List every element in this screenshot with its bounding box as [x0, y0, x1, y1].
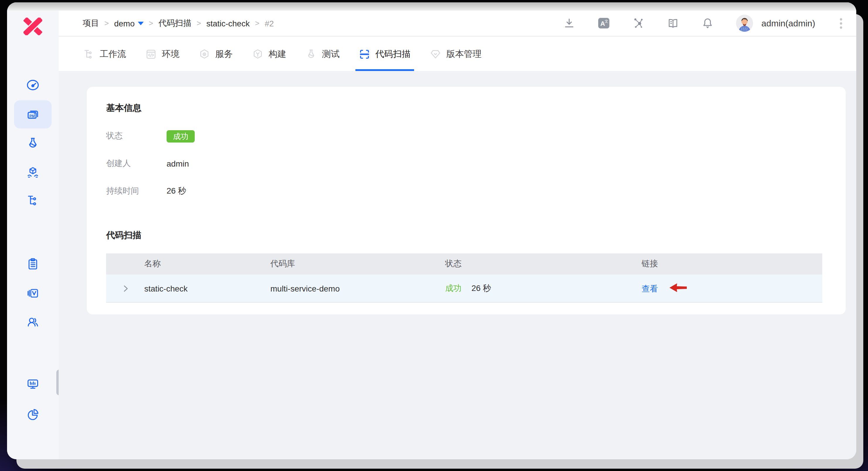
delivery-box-icon [26, 166, 39, 179]
cell-status: 成功 26 秒 [442, 283, 638, 293]
download-icon[interactable] [563, 17, 576, 29]
gem-icon [430, 49, 441, 60]
pipeline-tree-icon [26, 194, 39, 207]
header-name: 名称 [141, 259, 267, 269]
field-value: admin [166, 159, 189, 168]
svg-text:文: 文 [604, 19, 609, 24]
tab-code-scan[interactable]: 代码扫描 [359, 37, 410, 71]
svg-text:PM: PM [29, 114, 35, 118]
tab-label: 代码扫描 [375, 49, 410, 60]
tab-builds[interactable]: 构建 [252, 37, 286, 71]
field-label: 创建人 [106, 158, 166, 169]
user-name: admin(admin) [762, 18, 815, 28]
kebab-icon[interactable] [840, 18, 842, 28]
user-menu[interactable]: admin(admin) [736, 15, 815, 32]
sidebar-item-tasks[interactable] [26, 257, 39, 271]
tab-label: 环境 [162, 49, 180, 60]
tab-label: 构建 [269, 49, 286, 60]
network-icon[interactable] [632, 17, 645, 29]
sidebar-item-dashboard[interactable] [26, 78, 39, 92]
window-top-strip [7, 2, 856, 10]
topbar-actions: A 文 [563, 15, 842, 32]
chevron-right-icon [122, 285, 129, 292]
breadcrumb-projects[interactable]: 项目 [83, 18, 99, 28]
breadcrumb-scan-name[interactable]: static-check [207, 19, 250, 28]
sidebar: PM [7, 10, 59, 459]
content-area: 基本信息 状态 成功 创建人 admin 持续时间 26 秒 [59, 71, 856, 459]
breadcrumb-code-scan[interactable]: 代码扫描 [158, 18, 191, 28]
tab-label: 版本管理 [446, 49, 482, 60]
sidebar-item-delivery[interactable] [26, 166, 39, 179]
dashboard-gauge-icon [26, 78, 39, 92]
scan-frame-icon [359, 49, 370, 60]
field-value: 26 秒 [166, 186, 186, 196]
sidebar-item-insights[interactable] [26, 378, 39, 390]
code-scan-title: 代码扫描 [106, 230, 141, 241]
caret-down-icon [137, 22, 144, 25]
test-flask-icon [306, 49, 317, 60]
docs-icon[interactable] [667, 17, 679, 29]
sidebar-item-test-center[interactable] [26, 137, 39, 150]
cell-name: static-check [141, 284, 267, 293]
version-card-icon [26, 287, 39, 300]
translate-icon[interactable]: A 文 [598, 17, 610, 29]
project-tabbar: 工作流 环境 [59, 37, 856, 71]
sidebar-item-statistics[interactable] [26, 408, 39, 420]
tab-label: 服务 [215, 49, 233, 60]
status-badge: 成功 [166, 130, 195, 142]
service-hexagon-icon [199, 49, 210, 60]
main-area: 项目 > demo > 代码扫描 > static-check > #2 [59, 10, 856, 459]
sidebar-item-users[interactable] [26, 316, 39, 328]
code-scan-table: 名称 代码库 状态 链接 static-check [106, 253, 822, 303]
sidebar-item-releases[interactable] [26, 287, 39, 300]
tab-environment[interactable]: 环境 [146, 37, 180, 71]
zadig-logo-icon[interactable] [24, 18, 42, 35]
view-link[interactable]: 查看 [642, 284, 658, 293]
breadcrumb-separator: > [104, 19, 109, 28]
workflow-tree-icon [83, 49, 94, 60]
table-header: 名称 代码库 状态 链接 [106, 253, 822, 275]
sidebar-item-projects[interactable]: PM [26, 108, 39, 121]
cell-link: 查看 [638, 282, 822, 294]
field-status: 状态 成功 [106, 129, 195, 143]
env-window-icon [146, 49, 157, 60]
breadcrumb-separator: > [149, 19, 153, 28]
task-detail-card: 基本信息 状态 成功 创建人 admin 持续时间 26 秒 [87, 87, 846, 314]
header-status: 状态 [442, 259, 638, 269]
field-creator: 创建人 admin [106, 157, 195, 171]
breadcrumb: 项目 > demo > 代码扫描 > static-check > #2 [83, 18, 274, 28]
annotation-arrow-left-icon [669, 282, 687, 292]
cell-repo: multi-service-demo [267, 284, 442, 293]
avatar [736, 15, 753, 32]
row-duration: 26 秒 [471, 283, 491, 292]
tab-tests[interactable]: 测试 [306, 37, 340, 71]
projects-pm-icon: PM [26, 108, 39, 121]
test-flask-icon [26, 137, 39, 150]
breadcrumb-separator: > [196, 19, 201, 28]
bell-icon[interactable] [702, 17, 714, 29]
tab-version-management[interactable]: 版本管理 [430, 37, 482, 71]
breadcrumb-project-dropdown[interactable]: demo [114, 19, 144, 28]
table-row: static-check multi-service-demo 成功 26 秒 … [106, 275, 822, 303]
screen: PM [0, 0, 868, 471]
breadcrumb-project-label: demo [114, 19, 134, 28]
breadcrumb-separator: > [255, 19, 259, 28]
tab-label: 测试 [322, 49, 340, 60]
tab-services[interactable]: 服务 [199, 37, 233, 71]
app-window: PM [7, 2, 856, 459]
users-icon [26, 316, 39, 328]
field-duration: 持续时间 26 秒 [106, 184, 195, 198]
field-label: 状态 [106, 131, 166, 142]
breadcrumb-task-number: #2 [265, 19, 274, 28]
header-link: 链接 [638, 259, 822, 269]
basic-info-title: 基本信息 [106, 103, 141, 114]
field-label: 持续时间 [106, 186, 166, 196]
statistics-pie-icon [26, 408, 39, 420]
topbar: 项目 > demo > 代码扫描 > static-check > #2 [59, 10, 856, 36]
row-status-success: 成功 [445, 283, 462, 292]
tab-label: 工作流 [100, 49, 126, 60]
sidebar-item-pipelines[interactable] [26, 194, 39, 207]
tab-workflow[interactable]: 工作流 [83, 37, 126, 71]
header-repo: 代码库 [267, 259, 442, 269]
row-expand-button[interactable] [106, 285, 141, 292]
